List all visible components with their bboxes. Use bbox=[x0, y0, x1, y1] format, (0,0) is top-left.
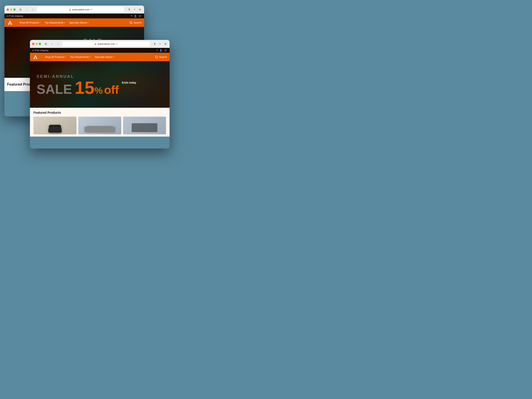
top-bar-icons-back: ? 👤 🛒 bbox=[131, 15, 142, 18]
shipping-text-front: 🏷 Free shipping bbox=[32, 49, 48, 52]
traffic-lights-back bbox=[7, 8, 16, 11]
chevron-specialty-back: ▾ bbox=[88, 22, 89, 24]
chevron-dept-back: ▾ bbox=[64, 22, 65, 24]
sidebar-toggle-front[interactable]: ⊞ bbox=[44, 42, 48, 46]
hero-main-row: SALE 15% off Ends today bbox=[37, 79, 163, 97]
nav-specialty-back[interactable]: Specialty Stores ▾ bbox=[67, 18, 91, 27]
product-image-1 bbox=[33, 117, 76, 134]
nav-bar-back: Shop All Products ▾ Top Departments ▾ Sp… bbox=[4, 18, 144, 27]
svg-point-2 bbox=[130, 21, 132, 24]
hero-front: SEMI-ANNUAL SALE 15% off Ends today bbox=[30, 61, 170, 108]
url-bar-back[interactable]: 🔒 automarket.com ↺ bbox=[37, 7, 124, 12]
chrome-bar-back: ⊞ ‹ › 🔒 automarket.com ↺ ⬆ + ⧉ bbox=[4, 6, 144, 13]
url-bar-front[interactable]: 🔒 automarket.com ↺ bbox=[62, 41, 150, 46]
chevron-specialty-front: ▾ bbox=[113, 56, 114, 58]
share-btn-back[interactable]: ⬆ bbox=[127, 7, 131, 12]
reload-icon-front[interactable]: ↺ bbox=[116, 43, 118, 45]
chrome-actions-back: ⬆ + ⧉ bbox=[127, 7, 142, 12]
traffic-light-yellow-front[interactable] bbox=[35, 43, 38, 45]
nav-links-back: Shop All Products ▾ Top Departments ▾ Sp… bbox=[17, 18, 130, 27]
chevron-shop-back: ▾ bbox=[39, 22, 40, 24]
account-icon-back[interactable]: 👤 bbox=[134, 15, 137, 18]
product-image-2 bbox=[78, 117, 121, 134]
hero-discount-row: 15% off Ends today bbox=[75, 79, 136, 97]
url-domain-back: automarket.com bbox=[72, 8, 89, 11]
top-bar-back: 🏷 Free shipping ? 👤 🛒 bbox=[4, 13, 144, 18]
hero-15-front: 15% bbox=[75, 79, 103, 97]
cart-icon-front[interactable]: 🛒 bbox=[164, 49, 167, 52]
svg-line-7 bbox=[157, 58, 158, 58]
forward-btn-front[interactable]: › bbox=[56, 42, 61, 46]
nav-top-dept-back[interactable]: Top Departments ▾ bbox=[43, 18, 67, 27]
forward-btn-back[interactable]: › bbox=[31, 7, 35, 12]
tabs-btn-back[interactable]: ⧉ bbox=[138, 7, 142, 12]
hero-off-front: off bbox=[104, 84, 119, 95]
help-icon-back[interactable]: ? bbox=[131, 15, 132, 18]
lock-icon-front: 🔒 bbox=[94, 43, 97, 45]
traffic-lights-front bbox=[32, 43, 41, 45]
product-shape-cover bbox=[85, 127, 115, 132]
new-tab-btn-back[interactable]: + bbox=[133, 7, 137, 12]
cart-icon-back[interactable]: 🛒 bbox=[139, 15, 142, 18]
sidebar-toggle-back[interactable]: ⊞ bbox=[18, 7, 23, 12]
hero-bg-front: SEMI-ANNUAL SALE 15% off Ends today bbox=[30, 61, 170, 108]
nav-shop-all-back[interactable]: Shop All Products ▾ bbox=[17, 18, 43, 27]
account-icon-front[interactable]: 👤 bbox=[159, 49, 163, 52]
logo-back bbox=[7, 20, 13, 25]
nav-specialty-front[interactable]: Specialty Stores ▾ bbox=[93, 53, 116, 61]
product-card-3[interactable] bbox=[123, 117, 166, 134]
shipping-text-back: 🏷 Free shipping bbox=[7, 15, 23, 17]
search-btn-back[interactable]: Search bbox=[130, 21, 141, 24]
traffic-light-green-back[interactable] bbox=[13, 8, 16, 11]
help-icon-front[interactable]: ? bbox=[156, 49, 158, 52]
back-btn-back[interactable]: ‹ bbox=[24, 7, 29, 12]
top-bar-front: 🏷 Free shipping ? 👤 🛒 bbox=[30, 48, 170, 53]
nav-top-dept-front[interactable]: Top Departments ▾ bbox=[68, 53, 93, 61]
chevron-dept-front: ▾ bbox=[89, 56, 90, 58]
nav-bar-front: Shop All Products ▾ Top Departments ▾ Sp… bbox=[30, 53, 170, 61]
nav-shop-all-front[interactable]: Shop All Products ▾ bbox=[43, 53, 68, 61]
product-shape-cover-top bbox=[87, 128, 113, 129]
hero-ends-today: Ends today bbox=[122, 81, 136, 84]
traffic-light-yellow-back[interactable] bbox=[10, 8, 12, 11]
shipping-notice-back: 🏷 Free shipping bbox=[7, 15, 23, 17]
back-btn-front[interactable]: ‹ bbox=[50, 42, 54, 46]
hero-content-front: SEMI-ANNUAL SALE 15% off Ends today bbox=[34, 74, 165, 97]
hero-sale-front: SALE bbox=[37, 83, 72, 96]
product-card-2[interactable] bbox=[78, 117, 121, 134]
shipping-notice-front: 🏷 Free shipping bbox=[32, 49, 48, 52]
top-bar-icons-front: ? 👤 🛒 bbox=[156, 49, 167, 52]
traffic-light-green-front[interactable] bbox=[39, 43, 41, 45]
lock-icon-back: 🔒 bbox=[69, 8, 71, 11]
svg-line-3 bbox=[132, 23, 132, 24]
product-grid bbox=[33, 117, 166, 134]
tabs-btn-front[interactable]: ⧉ bbox=[163, 42, 167, 46]
traffic-light-red-back[interactable] bbox=[7, 8, 9, 11]
product-card-1[interactable] bbox=[33, 117, 76, 134]
nav-links-front: Shop All Products ▾ Top Departments ▾ Sp… bbox=[43, 53, 155, 61]
url-domain-front: automarket.com bbox=[98, 43, 115, 45]
product-image-3 bbox=[123, 117, 166, 134]
featured-section-front: Featured Products bbox=[30, 108, 170, 137]
featured-title-front: Featured Products bbox=[33, 111, 166, 114]
product-shape-seat bbox=[49, 125, 61, 133]
search-icon-front bbox=[155, 56, 158, 58]
product-shape-mat bbox=[132, 123, 157, 132]
search-btn-front[interactable]: Search bbox=[155, 56, 167, 58]
chevron-shop-front: ▾ bbox=[65, 56, 66, 58]
browser-window-front: ⊞ ‹ › 🔒 automarket.com ↺ ⬆ + ⧉ 🏷 Free sh… bbox=[30, 40, 170, 149]
svg-point-6 bbox=[155, 56, 157, 58]
traffic-light-red-front[interactable] bbox=[32, 43, 34, 45]
chrome-actions-front: ⬆ + ⧉ bbox=[153, 42, 167, 46]
share-btn-front[interactable]: ⬆ bbox=[153, 42, 157, 46]
new-tab-btn-front[interactable]: + bbox=[158, 42, 162, 46]
chrome-bar-front: ⊞ ‹ › 🔒 automarket.com ↺ ⬆ + ⧉ bbox=[30, 40, 170, 48]
logo-front bbox=[32, 54, 38, 60]
reload-icon-back[interactable]: ↺ bbox=[90, 8, 92, 11]
hero-semi-annual-front: SEMI-ANNUAL bbox=[37, 74, 163, 79]
search-icon-back bbox=[130, 21, 133, 24]
